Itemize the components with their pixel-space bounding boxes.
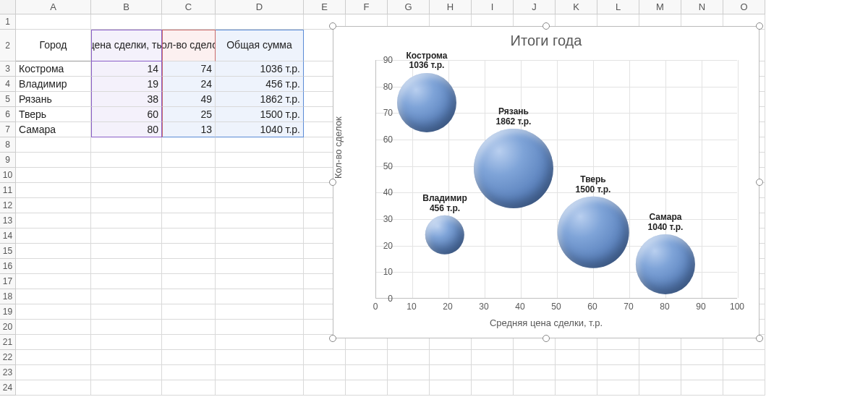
cell[interactable]	[91, 213, 162, 229]
row-header[interactable]: 16	[0, 259, 16, 274]
cell[interactable]	[16, 244, 91, 259]
col-header-N[interactable]: N	[681, 0, 723, 14]
cell[interactable]	[162, 304, 216, 320]
header-count[interactable]: Кол-во сделок	[162, 30, 216, 61]
col-header-H[interactable]: H	[430, 0, 472, 14]
cell[interactable]	[16, 183, 91, 198]
cell[interactable]	[162, 320, 216, 335]
cell[interactable]	[597, 350, 639, 365]
cell[interactable]	[639, 365, 681, 380]
row-header[interactable]: 24	[0, 380, 16, 396]
cell[interactable]	[346, 380, 388, 396]
cell[interactable]	[16, 213, 91, 229]
chart-bubble[interactable]	[397, 73, 456, 132]
cell[interactable]	[216, 14, 304, 30]
cell-total[interactable]: 456 т.р.	[216, 77, 304, 92]
row-header[interactable]: 15	[0, 244, 16, 259]
cell-city[interactable]: Кострома	[16, 61, 91, 77]
row-header[interactable]: 20	[0, 320, 16, 335]
resize-handle-icon[interactable]	[542, 335, 550, 342]
cell[interactable]	[597, 380, 639, 396]
row-header[interactable]: 9	[0, 153, 16, 168]
cell[interactable]	[16, 153, 91, 168]
cell-total[interactable]: 1036 т.р.	[216, 61, 304, 77]
cell[interactable]	[16, 14, 91, 30]
cell[interactable]	[304, 365, 346, 380]
cell[interactable]	[639, 380, 681, 396]
row-header[interactable]: 23	[0, 365, 16, 380]
cell[interactable]	[91, 274, 162, 289]
cell[interactable]	[162, 380, 216, 396]
cell[interactable]	[216, 244, 304, 259]
cell[interactable]	[91, 289, 162, 304]
cell[interactable]	[216, 213, 304, 229]
cell[interactable]	[514, 380, 556, 396]
cell[interactable]	[162, 365, 216, 380]
row-header[interactable]: 13	[0, 213, 16, 229]
cell[interactable]	[162, 229, 216, 244]
cell-price[interactable]: 80	[91, 122, 162, 137]
cell-count[interactable]: 24	[162, 77, 216, 92]
chart-bubble[interactable]	[425, 215, 464, 255]
cell[interactable]	[16, 350, 91, 365]
cell[interactable]	[162, 183, 216, 198]
cell[interactable]	[162, 14, 216, 30]
cell[interactable]	[162, 137, 216, 153]
cell[interactable]	[216, 259, 304, 274]
cell-count[interactable]: 25	[162, 107, 216, 122]
cell[interactable]	[639, 350, 681, 365]
resize-handle-icon[interactable]	[756, 179, 763, 186]
col-header-C[interactable]: C	[162, 0, 216, 14]
row-header[interactable]: 21	[0, 335, 16, 350]
row-header[interactable]: 10	[0, 168, 16, 183]
row-header[interactable]: 2	[0, 30, 16, 61]
row-header[interactable]: 5	[0, 92, 16, 107]
cell[interactable]	[556, 380, 597, 396]
col-header-O[interactable]: O	[723, 0, 765, 14]
cell-city[interactable]: Владимир	[16, 77, 91, 92]
row-header[interactable]: 19	[0, 304, 16, 320]
cell[interactable]	[91, 380, 162, 396]
cell-count[interactable]: 49	[162, 92, 216, 107]
cell[interactable]	[216, 350, 304, 365]
select-all-corner[interactable]	[0, 0, 16, 14]
cell[interactable]	[91, 304, 162, 320]
cell[interactable]	[162, 153, 216, 168]
cell[interactable]	[91, 153, 162, 168]
cell[interactable]	[430, 365, 472, 380]
cell[interactable]	[216, 380, 304, 396]
cell[interactable]	[16, 168, 91, 183]
cell[interactable]	[91, 14, 162, 30]
cell[interactable]	[16, 259, 91, 274]
cell[interactable]	[91, 183, 162, 198]
col-header-M[interactable]: M	[639, 0, 681, 14]
cell[interactable]	[597, 365, 639, 380]
resize-handle-icon[interactable]	[329, 335, 336, 342]
cell[interactable]	[304, 350, 346, 365]
col-header-J[interactable]: J	[514, 0, 556, 14]
row-header[interactable]: 8	[0, 137, 16, 153]
cell[interactable]	[16, 335, 91, 350]
cell[interactable]	[16, 320, 91, 335]
cell[interactable]	[216, 153, 304, 168]
cell[interactable]	[91, 244, 162, 259]
cell[interactable]	[216, 274, 304, 289]
cell[interactable]	[16, 365, 91, 380]
cell[interactable]	[91, 229, 162, 244]
cell[interactable]	[514, 350, 556, 365]
cell[interactable]	[216, 168, 304, 183]
cell[interactable]	[162, 259, 216, 274]
cell[interactable]	[162, 350, 216, 365]
cell[interactable]	[91, 365, 162, 380]
cell[interactable]	[430, 350, 472, 365]
cell[interactable]	[162, 289, 216, 304]
cell-city[interactable]: Самара	[16, 122, 91, 137]
resize-handle-icon[interactable]	[329, 22, 336, 30]
cell[interactable]	[16, 274, 91, 289]
col-header-B[interactable]: B	[91, 0, 162, 14]
cell[interactable]	[388, 350, 430, 365]
cell[interactable]	[346, 350, 388, 365]
cell-city[interactable]: Рязань	[16, 92, 91, 107]
row-header[interactable]: 11	[0, 183, 16, 198]
chart-object[interactable]: Итоги года Кол-во сделок Средняя цена сд…	[333, 26, 760, 338]
